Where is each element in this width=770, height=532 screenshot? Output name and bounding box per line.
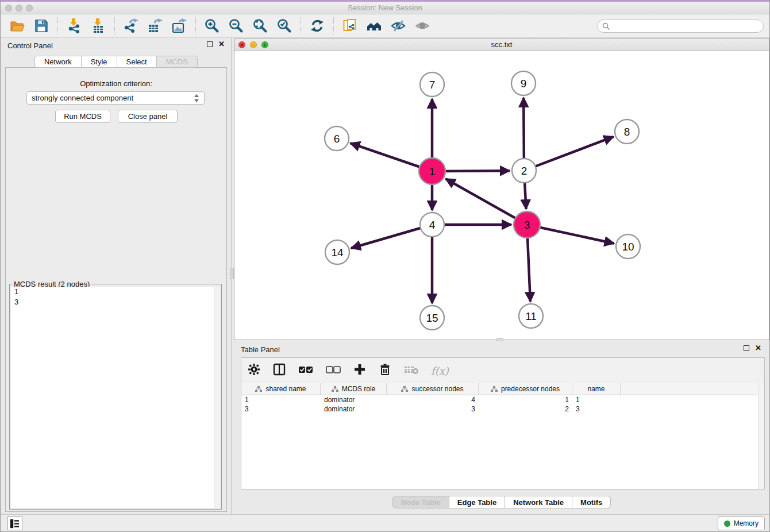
cell-predecessor-nodes[interactable]: 1	[479, 395, 572, 404]
columns-icon[interactable]	[272, 363, 286, 379]
import-table-icon[interactable]	[90, 17, 107, 34]
table-row[interactable]: 3 dominator 3 2 3	[241, 404, 758, 414]
network-graph[interactable]: 7968124314101511	[234, 51, 769, 340]
graph-edge-3-1[interactable]	[446, 179, 527, 225]
chevron-updown-icon	[194, 94, 199, 103]
open-session-icon[interactable]	[9, 17, 26, 34]
cell-predecessor-nodes[interactable]: 2	[479, 404, 572, 414]
network-window-title: scc.txt	[234, 40, 769, 49]
graph-node-label-15: 15	[426, 312, 438, 324]
toolbar-separator	[333, 17, 334, 34]
hide-selected-icon[interactable]	[390, 17, 407, 34]
duplicate-network-icon[interactable]	[341, 17, 359, 34]
refresh-icon[interactable]	[309, 17, 326, 34]
show-details-icon[interactable]	[414, 17, 431, 34]
float-table-panel-icon[interactable]	[744, 345, 749, 351]
export-image-icon[interactable]	[171, 17, 188, 34]
column-header-shared-name[interactable]: shared name	[241, 383, 321, 395]
horizontal-splitter-handle[interactable]	[496, 338, 503, 341]
home-icon[interactable]	[365, 17, 383, 34]
graph-node-label-4: 4	[429, 219, 436, 231]
tree-icon	[332, 386, 338, 392]
mcds-result-item[interactable]: 1	[11, 287, 220, 297]
table-tabs: Node Table Edge Table Network Table Moti…	[234, 496, 769, 508]
splitter-handle[interactable]	[230, 268, 234, 279]
mcds-result-box: MCDS result (2 nodes) 1 3	[9, 284, 222, 510]
export-table-icon[interactable]	[147, 17, 164, 34]
gear-icon[interactable]	[247, 363, 261, 379]
zoom-in-icon[interactable]	[203, 17, 221, 34]
close-panel-icon[interactable]: ✕	[218, 41, 225, 47]
status-bar: Memory	[1, 514, 769, 531]
delete-table-icon	[403, 363, 419, 379]
tree-icon	[401, 386, 408, 392]
network-canvas[interactable]: 7968124314101511	[234, 51, 769, 340]
memory-status-icon	[724, 521, 730, 527]
column-header-name[interactable]: name	[572, 383, 621, 395]
tab-edge-table[interactable]: Edge Table	[449, 496, 505, 508]
import-network-icon[interactable]	[66, 17, 83, 34]
column-header-successor-nodes[interactable]: successor nodes	[387, 383, 479, 395]
toolbar-separator	[301, 17, 301, 34]
close-panel-button[interactable]: Close panel	[118, 110, 178, 123]
tab-network-table[interactable]: Network Table	[505, 496, 572, 508]
delete-icon[interactable]	[378, 363, 392, 379]
graph-node-label-7: 7	[429, 79, 436, 91]
toolbar-separator	[114, 17, 115, 34]
mcds-panel-content: Optimization criterion: strongly connect…	[5, 67, 227, 512]
search-icon	[602, 22, 610, 30]
tab-mcds[interactable]: MCDS	[157, 56, 198, 68]
zoom-out-icon[interactable]	[228, 17, 245, 34]
export-network-icon[interactable]	[122, 17, 140, 34]
table-header-row: shared name MCDS role successor nodes pr…	[241, 383, 758, 395]
zoom-fit-icon[interactable]	[252, 17, 269, 34]
table-row[interactable]: 1 dominator 4 1 1	[241, 395, 758, 404]
control-panel-tabs: Network Style Select MCDS	[1, 56, 232, 68]
column-header-predecessor-nodes[interactable]: predecessor nodes	[479, 383, 572, 395]
cell-successor-nodes[interactable]: 4	[387, 395, 479, 404]
mcds-result-list[interactable]: 1 3	[11, 287, 220, 508]
add-icon[interactable]	[353, 363, 367, 379]
cell-shared-name[interactable]: 1	[241, 395, 321, 404]
deselect-all-icon[interactable]	[325, 363, 341, 379]
result-scrollbar[interactable]	[214, 287, 220, 508]
table-toolbar: f(x)	[241, 358, 764, 383]
graph-node-label-3: 3	[524, 219, 530, 231]
mcds-result-item[interactable]: 3	[11, 297, 220, 307]
tab-node-table[interactable]: Node Table	[392, 496, 449, 508]
graph-node-label-1: 1	[429, 165, 436, 178]
column-header-mcds-role[interactable]: MCDS role	[321, 383, 387, 395]
cell-name[interactable]: 3	[572, 404, 621, 414]
optimization-criterion-select[interactable]: strongly connected component	[26, 91, 205, 105]
network-window-titlebar[interactable]: ✕ − + scc.txt	[234, 38, 769, 51]
tab-network[interactable]: Network	[34, 56, 82, 68]
titlebar: Session: New Session	[1, 2, 769, 14]
tab-select[interactable]: Select	[117, 56, 157, 68]
cell-successor-nodes[interactable]: 3	[387, 404, 479, 414]
zoom-selected-icon[interactable]	[276, 17, 293, 34]
cell-name[interactable]: 1	[572, 395, 621, 404]
toolbar-separator	[57, 17, 58, 34]
cell-shared-name[interactable]: 3	[241, 404, 321, 414]
task-history-button[interactable]	[7, 516, 22, 530]
memory-button[interactable]: Memory	[718, 516, 765, 530]
close-table-panel-icon[interactable]: ✕	[755, 345, 761, 351]
select-all-icon[interactable]	[298, 363, 314, 379]
cell-mcds-role[interactable]: dominator	[321, 404, 387, 414]
search-input[interactable]	[597, 20, 764, 33]
save-session-icon[interactable]	[33, 17, 50, 34]
float-panel-icon[interactable]	[207, 41, 213, 47]
control-panel: Control Panel ✕ Network Style Select MCD…	[1, 38, 232, 514]
cell-mcds-role[interactable]: dominator	[321, 395, 387, 404]
graph-edge-2-8[interactable]	[524, 137, 614, 171]
tab-motifs[interactable]: Motifs	[572, 496, 611, 508]
search-container	[597, 20, 764, 33]
graph-node-label-8: 8	[624, 126, 630, 138]
optimization-criterion-label: Optimization criterion:	[6, 79, 226, 88]
memory-label: Memory	[734, 519, 759, 527]
table-scrollbar[interactable]	[758, 383, 764, 489]
network-view-window: ✕ − + scc.txt 7968124314101511	[234, 38, 769, 340]
tab-style[interactable]: Style	[82, 56, 117, 68]
optimization-criterion-value: strongly connected component	[32, 94, 133, 102]
run-mcds-button[interactable]: Run MCDS	[55, 110, 110, 123]
